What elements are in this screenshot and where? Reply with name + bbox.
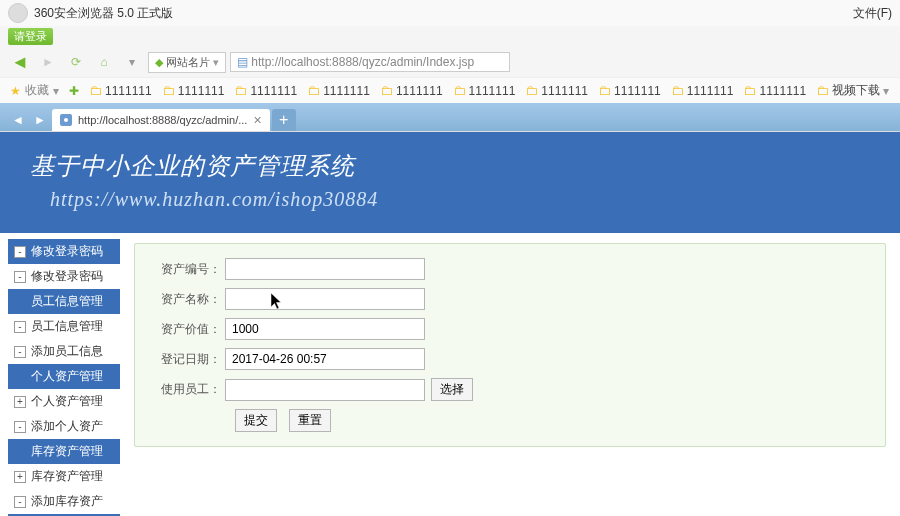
tab-strip: ◄ ► http://localhost:8888/qyzc/admin/...…: [0, 103, 900, 131]
sidebar-item-label: 员工信息管理: [31, 318, 103, 335]
bookmark-video-dl[interactable]: 🗀视频下载▾: [816, 82, 889, 99]
stop-button[interactable]: ▾: [120, 51, 144, 73]
page-header: 基于中小企业的资产管理系统 https://www.huzhan.com/ish…: [0, 132, 900, 233]
collapse-icon[interactable]: -: [14, 421, 26, 433]
label-register-date: 登记日期：: [145, 351, 225, 368]
add-bookmark-icon[interactable]: ✚: [69, 84, 79, 98]
favorites-label[interactable]: ★ 收藏 ▾: [10, 82, 59, 99]
bookmark-folder[interactable]: 🗀1111111: [671, 83, 734, 98]
tab-title: http://localhost:8888/qyzc/admin/...: [78, 114, 247, 126]
sidebar-item-label: 库存资产管理: [31, 443, 103, 460]
label-asset-no: 资产编号：: [145, 261, 225, 278]
tab-favicon-icon: [60, 114, 72, 126]
sidebar-section-header[interactable]: 个人资产管理: [8, 364, 120, 389]
expand-icon[interactable]: +: [14, 471, 26, 483]
menu-file[interactable]: 文件(F): [853, 5, 892, 22]
bookmark-folder[interactable]: 🗀1111111: [162, 83, 225, 98]
input-asset-name[interactable]: [225, 288, 425, 310]
folder-icon: 🗀: [598, 83, 611, 98]
label-employee: 使用员工：: [145, 381, 225, 398]
tab-next-button[interactable]: ►: [30, 109, 50, 131]
new-tab-button[interactable]: +: [272, 109, 296, 131]
bookmark-folder[interactable]: 🗀1111111: [89, 83, 152, 98]
label-asset-name: 资产名称：: [145, 291, 225, 308]
bookmark-folder[interactable]: 🗀1111111: [380, 83, 443, 98]
main-content: 资产编号： 资产名称： 资产价值： 登记日期： 使用员工：: [120, 233, 900, 516]
folder-icon: 🗀: [743, 83, 756, 98]
sidebar-item-label: 个人资产管理: [31, 368, 103, 385]
sidebar-item[interactable]: -修改登录密码: [8, 264, 120, 289]
sidebar-item[interactable]: +库存资产管理: [8, 464, 120, 489]
sidebar-item-label: 添加库存资产: [31, 493, 103, 510]
sidebar-item-label: 修改登录密码: [31, 268, 103, 285]
reset-button[interactable]: 重置: [289, 409, 331, 432]
sidebar-item-label: 员工信息管理: [31, 293, 103, 310]
sidebar-item-label: 添加员工信息: [31, 343, 103, 360]
sidebar-item[interactable]: -员工信息管理: [8, 314, 120, 339]
sidebar-section-header[interactable]: 员工信息管理: [8, 289, 120, 314]
sidebar-section-header[interactable]: 库存资产管理: [8, 439, 120, 464]
bookmark-folder[interactable]: 🗀1111111: [453, 83, 516, 98]
input-employee[interactable]: [225, 379, 425, 401]
app-icon: [8, 3, 28, 23]
collapse-icon[interactable]: -: [14, 246, 26, 258]
login-badge[interactable]: 请登录: [8, 28, 53, 45]
browser-chrome: 360安全浏览器 5.0 正式版 文件(F) 请登录 ◄ ► ⟳ ⌂ ▾ ◆ 网…: [0, 0, 900, 132]
site-card-button[interactable]: ◆ 网站名片 ▾: [148, 52, 226, 73]
bookmark-folder[interactable]: 🗀1111111: [234, 83, 297, 98]
collapse-icon[interactable]: -: [14, 496, 26, 508]
bookmark-folder[interactable]: 🗀1111111: [743, 83, 806, 98]
folder-icon: 🗀: [162, 83, 175, 98]
folder-icon: 🗀: [307, 83, 320, 98]
sidebar-item[interactable]: -添加库存资产: [8, 489, 120, 514]
sidebar-item[interactable]: +个人资产管理: [8, 389, 120, 414]
url-input[interactable]: ▤ http://localhost:8888/qyzc/admin/Index…: [230, 52, 510, 72]
sidebar: -修改登录密码-修改登录密码员工信息管理-员工信息管理-添加员工信息个人资产管理…: [0, 233, 120, 516]
page-title: 基于中小企业的资产管理系统: [30, 150, 870, 182]
tab-prev-button[interactable]: ◄: [8, 109, 28, 131]
form-row-asset-no: 资产编号：: [145, 258, 875, 280]
form-row-asset-value: 资产价值：: [145, 318, 875, 340]
page-subtitle: https://www.huzhan.com/ishop30884: [30, 188, 870, 211]
sidebar-item[interactable]: -添加员工信息: [8, 339, 120, 364]
collapse-icon[interactable]: -: [14, 346, 26, 358]
page-body: -修改登录密码-修改登录密码员工信息管理-员工信息管理-添加员工信息个人资产管理…: [0, 233, 900, 516]
submit-button[interactable]: 提交: [235, 409, 277, 432]
bookmark-folder[interactable]: 🗀1111111: [307, 83, 370, 98]
sidebar-item-label: 修改登录密码: [31, 243, 103, 260]
sidebar-item-label: 库存资产管理: [31, 468, 103, 485]
folder-icon: 🗀: [89, 83, 102, 98]
collapse-icon[interactable]: -: [14, 321, 26, 333]
sidebar-item[interactable]: -添加个人资产: [8, 414, 120, 439]
collapse-icon[interactable]: -: [14, 271, 26, 283]
title-bar: 360安全浏览器 5.0 正式版 文件(F): [0, 0, 900, 26]
bookmark-folder[interactable]: 🗀1111111: [598, 83, 661, 98]
nav-toolbar: ◄ ► ⟳ ⌂ ▾ ◆ 网站名片 ▾ ▤ http://localhost:88…: [0, 47, 900, 77]
forward-button[interactable]: ►: [36, 51, 60, 73]
form-panel: 资产编号： 资产名称： 资产价值： 登记日期： 使用员工：: [134, 243, 886, 447]
reload-button[interactable]: ⟳: [64, 51, 88, 73]
label-asset-value: 资产价值：: [145, 321, 225, 338]
folder-icon: 🗀: [234, 83, 247, 98]
sidebar-section-header[interactable]: -修改登录密码: [8, 239, 120, 264]
bookmark-folder[interactable]: 🗀1111111: [525, 83, 588, 98]
input-register-date[interactable]: [225, 348, 425, 370]
back-button[interactable]: ◄: [8, 51, 32, 73]
select-employee-button[interactable]: 选择: [431, 378, 473, 401]
folder-icon: 🗀: [453, 83, 466, 98]
browser-tab[interactable]: http://localhost:8888/qyzc/admin/... ×: [52, 109, 270, 131]
sidebar-item-label: 添加个人资产: [31, 418, 103, 435]
input-asset-no[interactable]: [225, 258, 425, 280]
window-title: 360安全浏览器 5.0 正式版: [34, 5, 853, 22]
form-row-employee: 使用员工： 选择: [145, 378, 875, 401]
home-button[interactable]: ⌂: [92, 51, 116, 73]
folder-icon: 🗀: [671, 83, 684, 98]
sidebar-item-label: 个人资产管理: [31, 393, 103, 410]
tab-close-button[interactable]: ×: [253, 113, 261, 127]
input-asset-value[interactable]: [225, 318, 425, 340]
form-row-asset-name: 资产名称：: [145, 288, 875, 310]
folder-icon: 🗀: [380, 83, 393, 98]
form-row-register-date: 登记日期：: [145, 348, 875, 370]
expand-icon[interactable]: +: [14, 396, 26, 408]
folder-icon: 🗀: [816, 83, 829, 98]
